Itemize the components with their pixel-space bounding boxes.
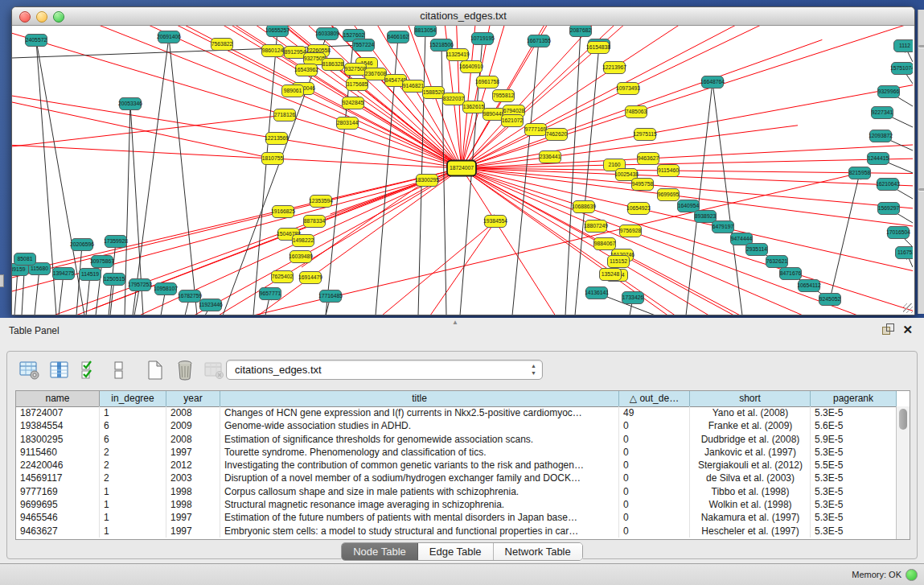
graph-node[interactable]: 9463627 [638,153,659,165]
graph-node[interactable]: 1498222 [293,235,314,247]
graph-node[interactable]: 17957253 [128,279,152,291]
graph-node[interactable]: 989061 [282,85,304,97]
graph-node[interactable]: 30975867 [90,256,114,268]
graph-node[interactable]: 16039489 [289,251,313,263]
graph-node[interactable]: 1244415 [868,153,889,165]
graph-node[interactable]: 16543962 [294,64,318,76]
tab-node-table[interactable]: Node Table [342,543,418,560]
graph-node[interactable]: 16033809 [315,28,339,40]
graph-node[interactable]: 9756928 [620,225,642,237]
table-row[interactable]: 911546021997Tourette syndrome. Phenomeno… [16,446,897,459]
splitter-handle-icon[interactable]: ▲ [452,319,458,326]
network-canvas[interactable]: 2405572206914061065525716033809152760275… [12,26,913,315]
graph-node[interactable]: 9777169 [525,124,547,136]
graph-node[interactable]: 18807249 [584,220,608,233]
graph-node[interactable]: 8813054 [415,26,437,37]
graph-node[interactable]: 1621072 [502,115,524,127]
graph-node[interactable]: 9242845 [343,97,364,109]
graph-node[interactable]: 16640910 [459,61,483,73]
graph-node[interactable]: 12213569 [265,133,289,145]
graph-node[interactable]: 7563822 [211,39,233,51]
graph-node[interactable]: 2405572 [26,35,47,47]
scrollbar-thumb[interactable] [899,409,907,430]
graph-node[interactable]: 7955812 [493,90,515,102]
graph-node[interactable]: 8878334 [304,216,326,228]
graph-node[interactable]: 11325419 [446,49,470,61]
graph-node[interactable]: 20053346 [118,98,142,110]
graph-node[interactable]: 85081 [14,253,36,266]
graph-node[interactable]: 12093872 [869,130,893,142]
graph-node[interactable]: 9146821 [403,80,425,93]
table-row[interactable]: 2242004622012Investigating the contribut… [16,459,897,472]
graph-node[interactable]: 2803144 [337,117,359,130]
graph-node[interactable]: 10654112 [797,280,821,292]
delete-column-icon[interactable] [174,359,196,381]
graph-node[interactable]: 6466162 [388,31,409,43]
select-all-icon[interactable] [78,359,101,381]
column-header-short[interactable]: short [690,391,811,406]
close-panel-icon[interactable]: ✕ [902,323,913,336]
graph-node[interactable]: 1810755 [262,153,284,165]
graph-node[interactable]: 16782759 [178,290,202,303]
graph-node[interactable]: 9495758 [632,179,654,191]
new-column-icon[interactable] [144,359,166,381]
graph-node[interactable]: 9657771 [260,288,281,300]
column-header-year[interactable]: year [166,391,220,406]
float-panel-icon[interactable] [882,323,894,336]
graph-node[interactable]: 16961758 [475,76,499,89]
graph-node[interactable]: 16154838 [586,42,610,54]
graph-node[interactable]: 6479197 [713,221,734,233]
graph-node[interactable]: 19384554 [483,216,507,228]
graph-node[interactable]: 16210643 [876,179,900,191]
column-header-in_degree[interactable]: in_degree [100,391,166,406]
window-resize-grip[interactable] [903,303,913,313]
unselect-all-icon[interactable] [108,359,130,381]
graph-node[interactable]: 15751074 [890,63,913,75]
graph-node[interactable]: 7462620 [546,129,568,141]
graph-node[interactable]: 7485063 [626,106,647,118]
graph-node[interactable]: 8471676 [780,268,802,280]
graph-node[interactable]: 1394275 [53,268,75,280]
graph-node[interactable]: 114519 [80,269,101,281]
graph-node[interactable]: 9227341 [872,107,893,119]
graph-node[interactable]: 3175685 [347,79,368,91]
graph-node[interactable]: 9884067 [594,238,616,250]
graph-node[interactable]: 10958107 [154,283,178,295]
graph-node[interactable]: 135248 [600,269,622,281]
graph-node[interactable]: 17716485 [318,290,343,303]
graph-node[interactable]: 10654923 [626,203,651,215]
graph-node[interactable]: 1640954 [678,200,700,212]
graph-node[interactable]: 9699695 [658,189,680,201]
graph-node[interactable]: 116753 [896,247,914,259]
graph-node[interactable]: 2336441 [540,151,561,163]
column-header-title[interactable]: title [220,391,619,406]
graph-node[interactable]: 2367608 [365,68,387,80]
table-row[interactable]: 946362711997Embryonic stem cells: a mode… [16,525,897,538]
graph-node[interactable]: 2087682 [570,26,592,37]
graph-node[interactable]: 8322037 [443,93,465,105]
table-selector-dropdown[interactable]: citations_edges.txt ▲▼ [226,360,543,380]
table-row[interactable]: 1830029562008Estimation of significance … [16,433,897,446]
graph-node[interactable]: 17016504 [886,227,910,239]
table-row[interactable]: 1872400712008Changes of HCN gene express… [16,406,897,419]
window-titlebar[interactable]: citations_edges.txt [12,7,914,26]
delete-table-icon[interactable] [203,359,226,381]
column-visibility-icon[interactable] [48,359,71,381]
table-row[interactable]: 1456911722003Disruption of a novel membe… [16,472,897,484]
graph-node[interactable]: 7632621 [766,256,788,268]
graph-node[interactable]: 18724007 [447,161,476,176]
graph-node[interactable]: 1362615 [463,101,485,113]
graph-node[interactable]: 19166825 [271,206,295,218]
graph-node[interactable]: 17359928 [104,236,128,248]
column-header-name[interactable]: name [16,391,100,406]
graph-node[interactable]: 8912954 [285,47,306,59]
graph-node[interactable]: 9327508 [345,64,367,76]
graph-node[interactable]: 7625402 [272,271,294,283]
graph-node[interactable]: 12213967 [602,62,626,74]
graph-node[interactable]: 1112 [894,40,914,52]
column-header-pagerank[interactable]: pagerank [811,391,897,406]
graph-node[interactable]: 1733426 [622,292,644,304]
graph-node[interactable]: 14136141 [585,287,609,299]
graph-node[interactable]: 12975115 [633,129,657,141]
graph-node[interactable]: 2935114 [746,244,768,256]
